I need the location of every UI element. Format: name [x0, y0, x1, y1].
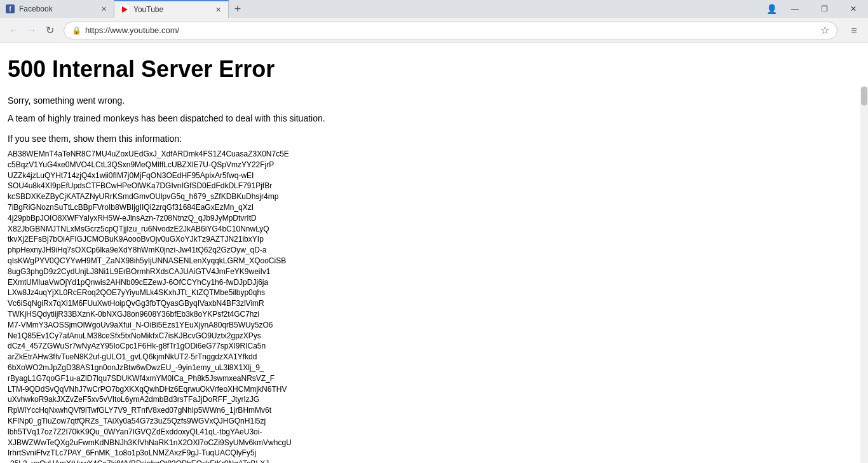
address-bar-container: 🔒 ☆ [64, 22, 837, 39]
facebook-tab[interactable]: f Facebook ✕ [0, 0, 114, 18]
menu-button[interactable]: ≡ [845, 22, 863, 39]
page-content: 500 Internal Server Error Sorry, somethi… [0, 43, 868, 463]
error-info-label: If you see them, show them this informat… [8, 134, 855, 144]
new-tab-button[interactable]: + [229, 0, 247, 18]
lock-icon: 🔒 [72, 26, 81, 35]
youtube-tab[interactable]: YouTube ✕ [114, 0, 229, 18]
youtube-tab-close[interactable]: ✕ [213, 4, 223, 15]
window-controls: 👤 — ❐ ✕ [763, 0, 868, 18]
nav-bar: ← → ↻ 🔒 ☆ ≡ [0, 18, 868, 43]
error-subtitle: Sorry, something went wrong. [8, 95, 855, 106]
facebook-favicon: f [5, 4, 15, 14]
error-message: A team of highly trained monkeys has bee… [8, 113, 855, 123]
address-bar[interactable] [85, 25, 817, 35]
facebook-tab-title: Facebook [19, 4, 96, 13]
error-code: AB38WEMnT4aTeNR8C7MU4uZoxUEdGxJ_XdfARDmk… [8, 149, 855, 463]
close-button[interactable]: ✕ [839, 0, 868, 18]
restore-button[interactable]: ❐ [810, 0, 839, 18]
error-title: 500 Internal Server Error [8, 56, 855, 83]
scrollbar[interactable] [860, 86, 868, 463]
forward-button[interactable]: → [23, 22, 41, 39]
scrollbar-thumb[interactable] [861, 86, 867, 106]
title-bar: f Facebook ✕ YouTube ✕ + 👤 — ❐ ✕ [0, 0, 868, 18]
minimize-button[interactable]: — [780, 0, 810, 18]
youtube-tab-title: YouTube [133, 5, 210, 14]
reload-button[interactable]: ↻ [41, 22, 58, 39]
user-icon[interactable]: 👤 [763, 0, 780, 18]
bookmark-icon[interactable]: ☆ [820, 24, 829, 36]
facebook-tab-close[interactable]: ✕ [98, 4, 109, 14]
youtube-favicon [119, 4, 130, 15]
back-button[interactable]: ← [5, 22, 23, 39]
